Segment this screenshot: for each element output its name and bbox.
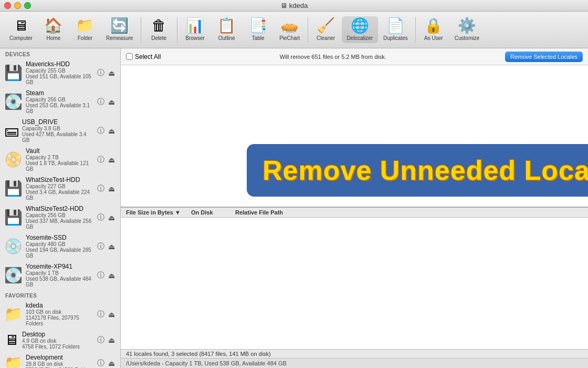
content-toolbar: Select All Will remove 651 files or 5.2 … xyxy=(121,48,588,65)
toolbar-duplicates[interactable]: 📄 Duplicates xyxy=(378,16,413,43)
favorite-options-button[interactable]: ⏏ xyxy=(107,310,116,319)
favorite-info-button[interactable]: ⓘ xyxy=(96,335,106,345)
col-header-size[interactable]: File Size in Bytes ▼ xyxy=(126,209,189,216)
favorite-info: Desktop 4.9 GB on disk 4758 Files, 1072 … xyxy=(22,331,93,350)
favorites-header: FAVORITES xyxy=(0,290,120,300)
device-icon: 📀 xyxy=(4,152,23,167)
sidebar-devices: 💾 Mavericks-HDD Capacity 255 GB Used 151… xyxy=(0,58,120,290)
device-eject-button[interactable]: ⏏ xyxy=(107,271,116,280)
device-actions: ⓘ ⏏ xyxy=(96,213,116,222)
device-eject-button[interactable]: ⏏ xyxy=(107,155,116,165)
device-name: Yosemite-XP941 xyxy=(26,263,93,270)
minimize-button[interactable] xyxy=(14,2,21,9)
device-detail-2: Used 538 GB, Available 484 GB xyxy=(26,276,93,288)
toolbar-remeasure[interactable]: 🔄 Remeasure xyxy=(101,16,139,43)
sidebar-item-whatsizetest2[interactable]: 💾 WhatSizeTest2-HDD Capacity 256 GB Used… xyxy=(0,203,120,232)
device-eject-button[interactable]: ⏏ xyxy=(107,126,116,136)
device-name: USB_DRIVE xyxy=(22,118,93,126)
toolbar-delete[interactable]: 🗑 Delete xyxy=(143,16,175,43)
device-info-button[interactable]: ⓘ xyxy=(96,242,106,251)
favorite-options-button[interactable]: ⏏ xyxy=(107,359,116,368)
favorite-detail-2: 1142178 Files, 207975 Folders xyxy=(26,315,93,326)
sidebar-item-fav-kdeda[interactable]: 📁 kdeda 103 GB on disk 1142178 Files, 20… xyxy=(0,300,120,329)
favorite-info-button[interactable]: ⓘ xyxy=(96,310,106,319)
sidebar-item-usb[interactable]: 🖴 USB_DRIVE Capacity 3.8 GB Used 427 MB,… xyxy=(0,116,120,145)
toolbar-table[interactable]: 📑 Table xyxy=(243,16,274,43)
toolbar-outline[interactable]: 📋 Outline xyxy=(211,16,243,43)
device-detail-2: Used 1.8 TB, Available 121 GB xyxy=(26,160,93,172)
toolbar-piechart[interactable]: 🥧 PieChart xyxy=(274,16,306,43)
close-button[interactable] xyxy=(4,2,11,9)
device-info-button[interactable]: ⓘ xyxy=(96,271,106,280)
device-info-button[interactable]: ⓘ xyxy=(96,155,106,165)
device-detail-1: Capacity 255 GB xyxy=(26,68,93,74)
favorite-actions: ⓘ ⏏ xyxy=(96,359,116,368)
device-detail-1: Capacity 3.8 GB xyxy=(22,126,93,131)
favorite-options-button[interactable]: ⏏ xyxy=(107,335,116,345)
toolbar-customize[interactable]: ⚙️ Customize xyxy=(449,16,485,43)
toolbar-folder[interactable]: 📁 Folder xyxy=(69,16,101,43)
device-eject-button[interactable]: ⏏ xyxy=(107,68,116,78)
device-info-button[interactable]: ⓘ xyxy=(96,97,106,107)
favorite-icon: 📁 xyxy=(4,307,23,322)
select-all-container[interactable]: Select All xyxy=(126,53,161,60)
toolbar-delocalizer[interactable]: 🌐 Delocalizer xyxy=(342,16,378,43)
remove-selected-locales-button[interactable]: Remove Selected Locales xyxy=(505,52,583,62)
toolbar-home[interactable]: 🏠 Home xyxy=(38,16,69,43)
device-detail-1: Capacity 227 GB xyxy=(26,183,93,189)
device-icon: 💾 xyxy=(4,181,23,196)
device-info-button[interactable]: ⓘ xyxy=(96,213,106,222)
remeasure-icon: 🔄 xyxy=(110,18,129,33)
favorite-detail-1: 28.8 GB on disk xyxy=(26,361,93,367)
device-detail-2: Used 253 GB, Available 3.1 GB xyxy=(26,103,93,114)
toolbar-computer[interactable]: 🖥 Computer xyxy=(4,16,38,43)
sidebar-item-steam[interactable]: 💽 Steam Capacity 256 GB Used 253 GB, Ava… xyxy=(0,87,120,116)
delete-icon: 🗑 xyxy=(152,18,166,33)
favorite-name: kdeda xyxy=(26,302,93,309)
device-actions: ⓘ ⏏ xyxy=(96,271,116,280)
device-eject-button[interactable]: ⏏ xyxy=(107,213,116,222)
toolbar-separator-3 xyxy=(308,17,308,43)
sidebar-item-fav-desktop[interactable]: 🖥 Desktop 4.9 GB on disk 4758 Files, 107… xyxy=(0,329,120,352)
maximize-button[interactable] xyxy=(24,2,31,9)
device-info: Mavericks-HDD Capacity 255 GB Used 151 G… xyxy=(26,60,93,85)
device-eject-button[interactable]: ⏏ xyxy=(107,242,116,251)
device-actions: ⓘ ⏏ xyxy=(96,242,116,251)
select-all-checkbox[interactable] xyxy=(126,53,133,60)
window-title: 🖥 kdeda xyxy=(280,2,308,9)
banner-text: Remove Unneeded Locales xyxy=(262,155,588,186)
sidebar-item-yosemitessd[interactable]: 💿 Yosemite-SSD Capacity 480 GB Used 194 … xyxy=(0,232,120,261)
piechart-icon: 🥧 xyxy=(280,18,299,33)
favorite-info-button[interactable]: ⓘ xyxy=(96,359,106,368)
favorite-name: Development xyxy=(26,354,93,361)
toolbar-cleaner[interactable]: 🧹 Cleaner xyxy=(310,16,342,43)
toolbar-separator-2 xyxy=(177,17,177,43)
content-wrapper: Remove Unneeded Locales File Size in Byt… xyxy=(121,65,588,368)
favorite-actions: ⓘ ⏏ xyxy=(96,335,116,345)
status-bar: 41 locales found, 3 selected (8417 files… xyxy=(121,349,588,358)
sidebar-item-yosemitexp[interactable]: 💽 Yosemite-XP941 Capacity 1 TB Used 538 … xyxy=(0,261,120,290)
computer-icon: 🖥 xyxy=(14,18,28,33)
favorite-icon: 📁 xyxy=(4,356,23,368)
sidebar-favorites: 📁 kdeda 103 GB on disk 1142178 Files, 20… xyxy=(0,300,120,368)
favorite-detail-1: 4.9 GB on disk xyxy=(22,338,93,344)
device-eject-button[interactable]: ⏏ xyxy=(107,184,116,193)
sidebar-item-mavericks[interactable]: 💾 Mavericks-HDD Capacity 255 GB Used 151… xyxy=(0,58,120,87)
sidebar-item-whatsizetest[interactable]: 💾 WhatSizeTest-HDD Capacity 227 GB Used … xyxy=(0,174,120,203)
device-info-button[interactable]: ⓘ xyxy=(96,184,106,193)
devices-header: DEVICES xyxy=(0,48,120,58)
sidebar-item-vault[interactable]: 📀 Vault Capacity 2 TB Used 1.8 TB, Avail… xyxy=(0,145,120,174)
sidebar-item-fav-development[interactable]: 📁 Development 28.8 GB on disk 579547 Fil… xyxy=(0,352,120,368)
device-eject-button[interactable]: ⏏ xyxy=(107,97,116,107)
device-name: Steam xyxy=(26,89,93,97)
device-info: WhatSizeTest-HDD Capacity 227 GB Used 3.… xyxy=(26,176,93,201)
file-table-header: File Size in Bytes ▼ On Disk Relative Fi… xyxy=(121,208,588,218)
device-info-button[interactable]: ⓘ xyxy=(96,126,106,136)
device-icon: 💽 xyxy=(4,268,23,283)
toolbar-browser[interactable]: 📊 Browser xyxy=(180,16,211,43)
toolbar-asuser[interactable]: 🔒 As User xyxy=(418,16,449,43)
device-detail-1: Capacity 1 TB xyxy=(26,270,93,276)
device-actions: ⓘ ⏏ xyxy=(96,184,116,193)
device-actions: ⓘ ⏏ xyxy=(96,97,116,107)
device-info-button[interactable]: ⓘ xyxy=(96,68,106,78)
